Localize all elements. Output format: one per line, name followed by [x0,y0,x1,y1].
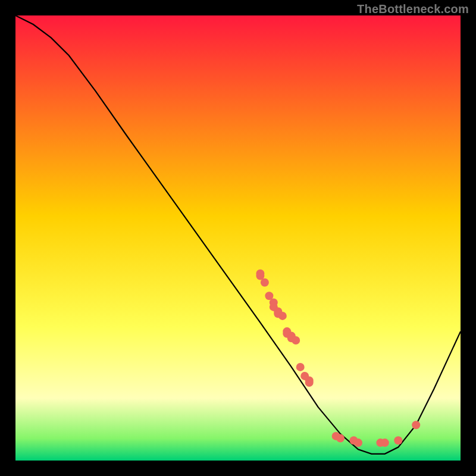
data-dot [261,278,269,287]
data-dot [305,378,314,387]
data-dot [394,436,402,444]
data-dot [381,439,389,447]
data-dot [412,421,420,429]
data-dot [296,363,305,371]
data-dot [336,434,345,443]
data-dot [292,336,300,345]
data-dot [354,439,362,447]
chart-plot [15,15,461,461]
gradient-background [15,15,461,461]
attribution-text: TheBottleneck.com [357,2,469,16]
data-dot [278,312,287,320]
